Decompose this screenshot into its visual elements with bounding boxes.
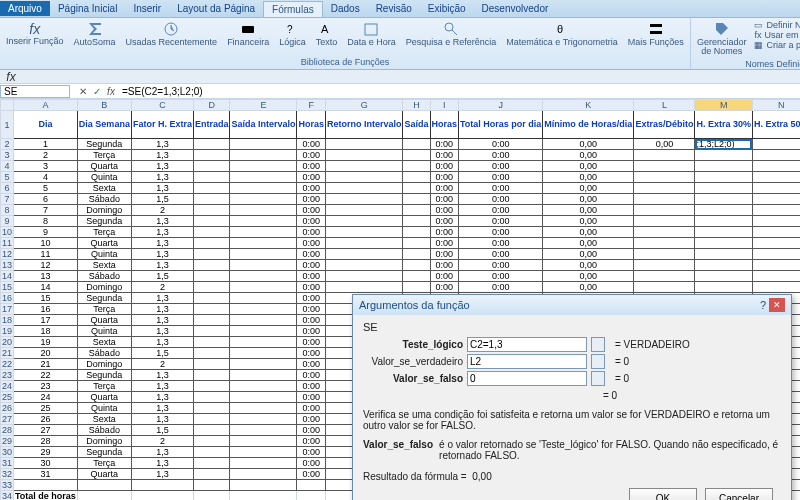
cell[interactable] xyxy=(230,425,297,436)
row-header[interactable]: 17 xyxy=(1,304,14,315)
cell[interactable] xyxy=(193,491,230,501)
row-header[interactable]: 22 xyxy=(1,359,14,370)
row-header[interactable]: 19 xyxy=(1,326,14,337)
row-header[interactable]: 21 xyxy=(1,348,14,359)
cell[interactable] xyxy=(193,359,230,370)
cell[interactable]: 0,00 xyxy=(543,216,634,227)
cell[interactable]: Quarta xyxy=(77,315,131,326)
cell[interactable]: 1,3 xyxy=(131,337,193,348)
tab-home[interactable]: Página Inicial xyxy=(50,1,125,16)
cell[interactable] xyxy=(230,150,297,161)
cell[interactable] xyxy=(230,469,297,480)
cell[interactable]: Sábado xyxy=(77,425,131,436)
cell[interactable]: 2 xyxy=(131,359,193,370)
cell[interactable] xyxy=(695,227,753,238)
row-header[interactable]: 25 xyxy=(1,392,14,403)
row-header[interactable]: 29 xyxy=(1,436,14,447)
cell[interactable]: Sábado xyxy=(77,271,131,282)
cell[interactable]: Retorno Intervalo xyxy=(325,111,403,139)
cell[interactable]: Quinta xyxy=(77,326,131,337)
cell[interactable] xyxy=(193,304,230,315)
cell[interactable]: 0:00 xyxy=(297,359,326,370)
cell[interactable] xyxy=(230,315,297,326)
cell[interactable]: 0:00 xyxy=(459,238,543,249)
col-header-M[interactable]: M xyxy=(695,100,753,111)
cell[interactable]: 19 xyxy=(14,337,78,348)
row-header[interactable]: 30 xyxy=(1,447,14,458)
tab-data[interactable]: Dados xyxy=(323,1,368,16)
row-header[interactable]: 10 xyxy=(1,227,14,238)
cell[interactable]: 0:00 xyxy=(297,337,326,348)
cell[interactable]: Segunda xyxy=(77,216,131,227)
col-header-A[interactable]: A xyxy=(14,100,78,111)
cell[interactable]: 0:00 xyxy=(297,469,326,480)
cell[interactable]: Quarta xyxy=(77,238,131,249)
cell[interactable] xyxy=(230,436,297,447)
cell[interactable] xyxy=(230,183,297,194)
cell[interactable]: Quinta xyxy=(77,249,131,260)
cell[interactable] xyxy=(230,447,297,458)
cell[interactable] xyxy=(752,216,800,227)
cell[interactable] xyxy=(325,205,403,216)
cell[interactable]: Quinta xyxy=(77,172,131,183)
cell[interactable] xyxy=(77,480,131,491)
cell[interactable] xyxy=(230,381,297,392)
cell[interactable]: 1,3 xyxy=(131,458,193,469)
cell[interactable]: 0:00 xyxy=(459,194,543,205)
cell[interactable] xyxy=(325,249,403,260)
cell[interactable]: Quarta xyxy=(77,392,131,403)
cell[interactable] xyxy=(325,271,403,282)
cell[interactable]: 1,3 xyxy=(131,139,193,150)
cell[interactable]: 0:00 xyxy=(297,370,326,381)
cell[interactable]: Sexta xyxy=(77,183,131,194)
cell[interactable]: 8 xyxy=(14,216,78,227)
cell[interactable]: 20 xyxy=(14,348,78,359)
cell[interactable]: 1,3 xyxy=(131,370,193,381)
cell[interactable]: 0:00 xyxy=(430,216,459,227)
cell[interactable] xyxy=(325,216,403,227)
cell[interactable]: 0:00 xyxy=(430,282,459,293)
name-manager-button[interactable]: Gerenciador de Nomes xyxy=(694,20,750,58)
cell[interactable]: 0:00 xyxy=(459,249,543,260)
cell[interactable] xyxy=(193,216,230,227)
cell[interactable] xyxy=(193,425,230,436)
cell[interactable]: Segunda xyxy=(77,370,131,381)
cell[interactable] xyxy=(325,227,403,238)
arg2-input[interactable] xyxy=(467,354,587,369)
datetime-button[interactable]: Data e Hora xyxy=(344,20,399,48)
cell[interactable]: 0:00 xyxy=(430,183,459,194)
cell[interactable]: 15 xyxy=(14,293,78,304)
cell[interactable]: 27 xyxy=(14,425,78,436)
row-header[interactable]: 9 xyxy=(1,216,14,227)
cell[interactable]: Horas xyxy=(297,111,326,139)
cell[interactable] xyxy=(193,183,230,194)
row-header[interactable]: 7 xyxy=(1,194,14,205)
formula-accept-button[interactable]: ✓ xyxy=(90,86,104,97)
cell[interactable] xyxy=(230,458,297,469)
cell[interactable] xyxy=(230,337,297,348)
lookup-button[interactable]: Pesquisa e Referência xyxy=(403,20,500,48)
cell[interactable]: 0,00 xyxy=(543,161,634,172)
cell[interactable]: 2 xyxy=(131,205,193,216)
cell[interactable] xyxy=(634,227,695,238)
row-header[interactable]: 26 xyxy=(1,403,14,414)
arg1-range-picker[interactable] xyxy=(591,337,605,352)
cell[interactable]: 1,3 xyxy=(131,227,193,238)
cell[interactable] xyxy=(230,348,297,359)
cell[interactable]: 1,3 xyxy=(131,161,193,172)
cell[interactable]: 3 xyxy=(14,161,78,172)
cell[interactable]: Fator H. Extra xyxy=(131,111,193,139)
cell[interactable]: Dia Semana xyxy=(77,111,131,139)
cell[interactable] xyxy=(230,205,297,216)
cell[interactable] xyxy=(230,194,297,205)
row-header[interactable]: 14 xyxy=(1,271,14,282)
cell[interactable]: 0:00 xyxy=(297,238,326,249)
cell[interactable]: Terça xyxy=(77,304,131,315)
tab-insert[interactable]: Inserir xyxy=(125,1,169,16)
cell[interactable] xyxy=(325,194,403,205)
cell[interactable] xyxy=(131,480,193,491)
row-header[interactable]: 3 xyxy=(1,150,14,161)
use-in-formula-button[interactable]: fxUsar em Fórmula ▾ xyxy=(753,30,800,40)
cell[interactable]: 0:00 xyxy=(430,205,459,216)
col-header-D[interactable]: D xyxy=(193,100,230,111)
